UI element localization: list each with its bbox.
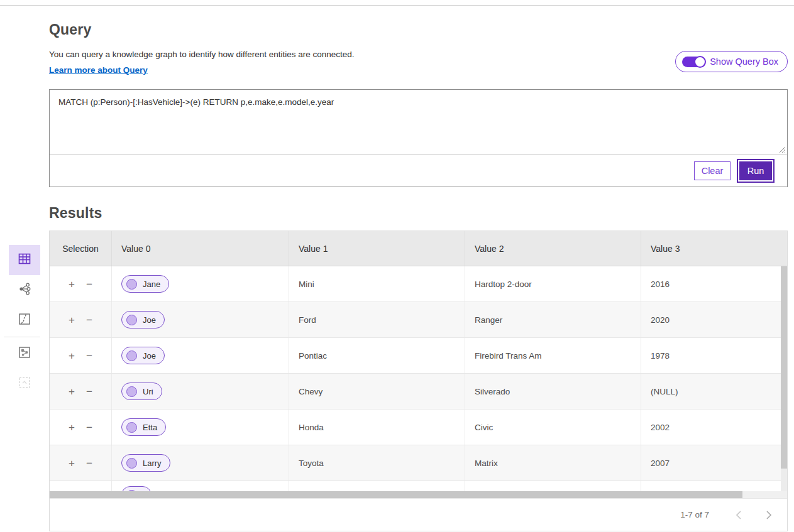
value2-cell [465, 481, 641, 491]
sidebar-item-extra-view-disabled [9, 369, 40, 399]
add-to-selection-icon[interactable]: + [69, 386, 75, 397]
column-header: Value 2 [465, 231, 641, 266]
entity-chip[interactable]: Joe [121, 311, 165, 328]
pagination-range-label: 1-7 of 7 [680, 510, 709, 519]
vertical-scrollbar-thumb[interactable] [781, 266, 787, 469]
remove-from-selection-icon[interactable]: − [86, 350, 92, 361]
sidebar-item-map-view[interactable] [9, 305, 40, 335]
toggle-switch-on[interactable] [682, 57, 705, 67]
query-intro: You can query a knowledge graph to ident… [49, 50, 355, 75]
value1-cell: Mini [289, 266, 465, 301]
toggle-knob [694, 56, 706, 68]
add-to-selection-icon[interactable]: + [69, 350, 75, 361]
results-header-row: SelectionValue 0Value 1Value 2Value 3 [50, 231, 787, 266]
value2-cell: Civic [465, 410, 641, 445]
previous-page-icon[interactable] [732, 508, 746, 522]
results-pagination: 1-7 of 7 [50, 498, 787, 531]
table-row: +−EttaHondaCivic2002 [50, 410, 787, 445]
main-content: Query You can query a knowledge graph to… [49, 0, 788, 531]
value1-cell [289, 481, 465, 491]
remove-from-selection-icon[interactable]: − [86, 386, 92, 397]
horizontal-scrollbar [50, 491, 787, 498]
value2-cell: Silverado [465, 374, 641, 409]
sidebar-item-link-chart-view[interactable] [9, 275, 40, 305]
query-text-input[interactable]: MATCH (p:Person)-[:HasVehicle]->(e) RETU… [50, 90, 787, 155]
sidebar-item-map-link-view[interactable] [9, 339, 40, 369]
value1-cell: Pontiac [289, 338, 465, 373]
value3-cell: (NULL) [641, 374, 787, 409]
remove-from-selection-icon[interactable]: − [86, 279, 92, 290]
value3-cell: 1978 [641, 338, 787, 373]
query-actions: Clear Run [50, 155, 787, 187]
entity-node-icon [126, 458, 137, 469]
value2-cell: Firebird Trans Am [465, 338, 641, 373]
add-to-selection-icon[interactable]: + [69, 279, 75, 290]
next-page-icon[interactable] [762, 508, 776, 522]
query-page: Query You can query a knowledge graph to… [0, 0, 794, 532]
entity-chip[interactable]: Uri [121, 383, 162, 400]
add-to-selection-icon[interactable]: + [69, 315, 75, 325]
entity-node-icon [126, 386, 137, 397]
add-to-selection-icon[interactable]: + [69, 422, 75, 433]
entity-node-icon [126, 350, 137, 361]
value1-cell: Honda [289, 410, 465, 445]
value3-cell: 2002 [641, 410, 787, 445]
value0-cell: Larry [112, 445, 289, 480]
table-row: +−JoePontiacFirebird Trans Am1978 [50, 338, 787, 374]
entity-chip[interactable] [121, 486, 152, 491]
entity-chip[interactable]: Joe [121, 347, 165, 364]
value0-cell: Etta [112, 410, 289, 445]
results-table: SelectionValue 0Value 1Value 2Value 3 +−… [49, 231, 788, 531]
remove-from-selection-icon[interactable]: − [86, 422, 92, 433]
value1-cell: Ford [289, 302, 465, 337]
value0-cell: Jane [112, 266, 289, 301]
sidebar-item-table-view[interactable] [9, 245, 40, 275]
entity-node-icon [126, 315, 137, 325]
entity-chip[interactable]: Larry [121, 454, 170, 472]
query-box: MATCH (p:Person)-[:HasVehicle]->(e) RETU… [49, 89, 788, 187]
remove-from-selection-icon[interactable]: − [86, 315, 92, 325]
value0-cell: Uri [112, 374, 289, 409]
entity-chip-label: Joe [143, 351, 156, 361]
value3-cell: 2016 [641, 266, 787, 301]
entity-chip[interactable]: Etta [121, 418, 166, 436]
table-row: +−JoeFordRanger2020 [50, 302, 787, 338]
value3-cell: 2007 [641, 445, 787, 480]
horizontal-scrollbar-thumb[interactable] [50, 491, 742, 498]
selection-cell: +− [50, 410, 112, 445]
selection-cell: +− [50, 302, 112, 337]
value3-cell: 2020 [641, 302, 787, 337]
value3-cell [641, 481, 787, 491]
clear-button[interactable]: Clear [694, 161, 731, 180]
column-header: Value 0 [112, 231, 289, 266]
vertical-scrollbar [781, 266, 787, 491]
table-row: +−UriChevySilverado(NULL) [50, 374, 787, 410]
remove-from-selection-icon[interactable]: − [86, 458, 92, 469]
table-view-icon [18, 252, 31, 268]
selection-cell: +− [50, 266, 112, 301]
column-header: Value 3 [641, 231, 787, 266]
link-chart-icon [18, 282, 31, 298]
selection-cell: +− [50, 445, 112, 480]
show-query-box-toggle[interactable]: Show Query Box [675, 51, 788, 72]
value1-cell: Chevy [289, 374, 465, 409]
entity-chip-label: Uri [143, 387, 153, 396]
add-to-selection-icon[interactable]: + [69, 458, 75, 469]
entity-chip-label: Larry [143, 459, 162, 468]
view-switcher-sidebar [9, 245, 40, 399]
entity-node-icon [126, 279, 137, 290]
entity-chip-label: Joe [143, 315, 156, 325]
table-row: +−JaneMiniHardtop 2-door2016 [50, 266, 787, 302]
results-body: +−JaneMiniHardtop 2-door2016+−JoeFordRan… [50, 266, 787, 491]
query-page-title: Query [49, 21, 788, 38]
run-button[interactable]: Run [739, 161, 772, 180]
value0-cell [112, 481, 289, 491]
learn-more-link[interactable]: Learn more about Query [49, 65, 148, 75]
entity-chip[interactable]: Jane [121, 275, 169, 293]
map-view-icon [18, 312, 31, 328]
map-link-view-icon [18, 345, 31, 362]
value0-cell: Joe [112, 302, 289, 337]
entity-node-icon [126, 422, 137, 433]
selection-cell [50, 481, 112, 491]
entity-chip-label: Jane [143, 280, 160, 289]
